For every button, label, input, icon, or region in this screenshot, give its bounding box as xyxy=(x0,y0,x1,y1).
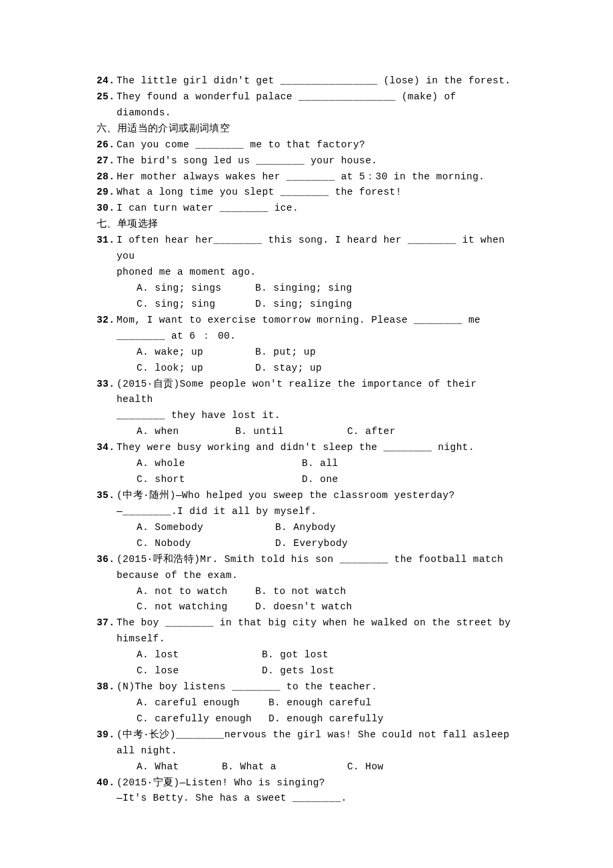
option-d: D. sing; singing xyxy=(255,297,374,313)
option-b: B. put; up xyxy=(255,345,374,361)
option-a: A. Somebody xyxy=(137,520,275,536)
option-a: A. not to watch xyxy=(137,584,255,600)
question-25: 25. They found a wonderful palace ______… xyxy=(97,89,516,105)
option-b: B. What a xyxy=(222,759,347,775)
question-number: 32. xyxy=(97,313,117,329)
question-text: (N)The boy listens ________ to the teach… xyxy=(117,679,516,695)
section-7-heading: 七、单项选择 xyxy=(97,217,516,233)
question-text: Can you come ________ me to that factory… xyxy=(117,137,516,153)
question-25-cont: diamonds. xyxy=(97,105,516,121)
option-d: D. doesn't watch xyxy=(255,599,374,615)
question-33: 33. (2015·自贡)Some people won't realize t… xyxy=(97,377,516,409)
question-text: The little girl didn't get _____________… xyxy=(117,73,516,89)
option-c: C. carefully enough xyxy=(137,711,269,727)
question-number: 25. xyxy=(97,89,117,105)
question-31-options: A. sing; sings B. singing; sing xyxy=(97,281,516,297)
question-number: 33. xyxy=(97,377,117,393)
option-a: A. lost xyxy=(137,647,262,663)
question-36: 36. (2015·呼和浩特)Mr. Smith told his son __… xyxy=(97,552,516,568)
option-c: C. not watching xyxy=(137,599,255,615)
question-39-options: A. What B. What a C. How xyxy=(97,759,516,775)
question-36-cont: because of the exam. xyxy=(97,568,516,584)
question-31-cont: phoned me a moment ago. xyxy=(97,265,516,281)
question-text: (中考·长沙)________nervous the girl was! She… xyxy=(117,727,516,743)
question-text: (中考·随州)—Who helped you sweep the classro… xyxy=(117,488,516,504)
question-36-options: A. not to watch B. to not watch xyxy=(97,584,516,600)
option-b: B. Anybody xyxy=(275,520,394,536)
question-number: 31. xyxy=(97,233,117,249)
question-35-options: A. Somebody B. Anybody xyxy=(97,520,516,536)
option-d: D. one xyxy=(302,472,467,488)
option-c: C. lose xyxy=(137,663,262,679)
question-number: 34. xyxy=(97,440,117,456)
question-text: (2015·宁夏)—Listen! Who is singing? xyxy=(117,775,516,791)
question-34: 34. They were busy working and didn't sl… xyxy=(97,440,516,456)
option-b: B. singing; sing xyxy=(255,281,374,297)
question-number: 27. xyxy=(97,153,117,169)
question-number: 30. xyxy=(97,201,117,217)
question-number: 36. xyxy=(97,552,117,568)
question-37-options: A. lost B. got lost xyxy=(97,647,516,663)
option-a: A. wake; up xyxy=(137,345,255,361)
question-35-cont: —________.I did it all by myself. xyxy=(97,504,516,520)
question-31: 31. I often hear her________ this song. … xyxy=(97,233,516,265)
question-38: 38. (N)The boy listens ________ to the t… xyxy=(97,679,516,695)
question-number: 40. xyxy=(97,775,117,791)
question-39-cont: all night. xyxy=(97,743,516,759)
question-text: They found a wonderful palace __________… xyxy=(117,89,516,105)
question-32-options: A. wake; up B. put; up xyxy=(97,345,516,361)
question-35: 35. (中考·随州)—Who helped you sweep the cla… xyxy=(97,488,516,504)
document-page: 24. The little girl didn't get _________… xyxy=(0,0,613,868)
question-text: Her mother always wakes her ________ at … xyxy=(117,169,516,185)
question-text: The boy ________ in that big city when h… xyxy=(117,615,516,631)
question-text: (2015·呼和浩特)Mr. Smith told his son ______… xyxy=(117,552,516,568)
option-c: C. How xyxy=(347,759,466,775)
option-c: C. Nobody xyxy=(137,536,275,552)
question-37-cont: himself. xyxy=(97,631,516,647)
option-d: D. Everybody xyxy=(275,536,394,552)
question-37-options-2: C. lose D. gets lost xyxy=(97,663,516,679)
question-38-options: A. careful enough B. enough careful xyxy=(97,695,516,711)
option-a: A. sing; sings xyxy=(137,281,255,297)
question-number: 38. xyxy=(97,679,117,695)
question-text: What a long time you slept ________ the … xyxy=(117,185,516,201)
question-24: 24. The little girl didn't get _________… xyxy=(97,73,516,89)
option-c: C. sing; sing xyxy=(137,297,255,313)
question-31-options-2: C. sing; sing D. sing; singing xyxy=(97,297,516,313)
option-b: B. until xyxy=(235,424,347,440)
question-text: Mom, I want to exercise tomorrow morning… xyxy=(117,313,516,329)
question-33-cont: ________ they have lost it. xyxy=(97,408,516,424)
question-text: (2015·自贡)Some people won't realize the i… xyxy=(117,377,516,409)
question-number: 29. xyxy=(97,185,117,201)
question-38-options-2: C. carefully enough D. enough carefully xyxy=(97,711,516,727)
option-a: A. whole xyxy=(137,456,302,472)
question-37: 37. The boy ________ in that big city wh… xyxy=(97,615,516,631)
question-32-cont: ________ at 6 ： 00. xyxy=(97,329,516,345)
question-number: 35. xyxy=(97,488,117,504)
question-text: I often hear her________ this song. I he… xyxy=(117,233,516,265)
option-d: D. gets lost xyxy=(262,663,380,679)
option-b: B. to not watch xyxy=(255,584,374,600)
section-6-heading: 六、用适当的介词或副词填空 xyxy=(97,121,516,137)
question-number: 26. xyxy=(97,137,117,153)
question-number: 39. xyxy=(97,727,117,743)
question-27: 27. The bird's song led us ________ your… xyxy=(97,153,516,169)
option-b: B. enough careful xyxy=(269,695,387,711)
question-text: The bird's song led us ________ your hou… xyxy=(117,153,516,169)
question-32: 32. Mom, I want to exercise tomorrow mor… xyxy=(97,313,516,329)
option-a: A. What xyxy=(137,759,222,775)
question-30: 30. I can turn water ________ ice. xyxy=(97,201,516,217)
question-34-options: A. whole B. all xyxy=(97,456,516,472)
question-number: 37. xyxy=(97,615,117,631)
question-text: They were busy working and didn't sleep … xyxy=(117,440,516,456)
option-a: A. careful enough xyxy=(137,695,269,711)
question-text: I can turn water ________ ice. xyxy=(117,201,516,217)
question-number: 24. xyxy=(97,73,117,89)
question-40: 40. (2015·宁夏)—Listen! Who is singing? xyxy=(97,775,516,791)
question-26: 26. Can you come ________ me to that fac… xyxy=(97,137,516,153)
question-35-options-2: C. Nobody D. Everybody xyxy=(97,536,516,552)
question-33-options: A. when B. until C. after xyxy=(97,424,516,440)
option-b: B. all xyxy=(302,456,467,472)
option-c: C. short xyxy=(137,472,302,488)
option-c: C. after xyxy=(347,424,466,440)
